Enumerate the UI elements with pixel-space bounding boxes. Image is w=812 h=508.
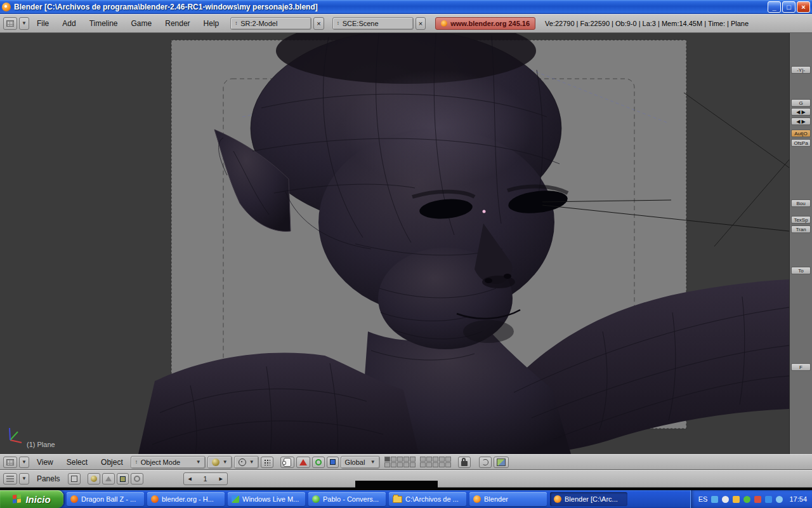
firefox-icon (70, 495, 78, 503)
blender-icon (473, 495, 481, 503)
tray-display-icon[interactable] (765, 496, 772, 503)
tray-updates-icon[interactable] (754, 496, 761, 503)
tray-clock-sync-icon[interactable] (776, 496, 783, 503)
blender-logo-icon (441, 20, 447, 27)
language-indicator[interactable]: ES (698, 495, 708, 503)
menu-object[interactable]: Object (95, 458, 129, 467)
windows-flag-icon (13, 494, 22, 504)
blender-version-button[interactable]: www.blender.org 245.16 (435, 17, 535, 30)
editor-type-icon[interactable] (3, 457, 17, 468)
blender-logo-icon (2, 3, 11, 11)
dropdown-arrow-icon: ▼ (223, 460, 228, 465)
tray-network-icon[interactable] (711, 496, 718, 503)
menu-add[interactable]: Add (56, 19, 81, 28)
firefox-icon (151, 495, 159, 503)
messenger-icon (312, 495, 320, 503)
screen: Blender [C:\Archivos de programa\blender… (0, 0, 812, 508)
render-preview-icon[interactable] (494, 457, 509, 468)
blender-icon (554, 495, 561, 503)
start-button[interactable]: Inicio (0, 490, 63, 508)
window-type-icon[interactable] (3, 17, 17, 30)
updown-icon: ↕ (235, 21, 237, 26)
updown-icon: ↕ (337, 21, 339, 26)
tray-shield-icon[interactable] (733, 496, 740, 503)
windows-live-icon (232, 495, 239, 503)
layer-buttons-group-1[interactable] (384, 457, 416, 467)
menu-render[interactable]: Render (159, 19, 195, 28)
screen-close-icon[interactable]: × (313, 17, 324, 30)
side-button-ofspa[interactable]: OfsPa (791, 139, 811, 147)
menu-help[interactable]: Help (198, 19, 225, 28)
window-titlebar[interactable]: Blender [C:\Archivos de programa\blender… (0, 0, 812, 14)
windows-taskbar: Inicio Dragon Ball Z - ... blender.org -… (0, 490, 812, 508)
header-collapse-icon[interactable]: ▼ (19, 17, 29, 30)
menu-view[interactable]: View (31, 458, 59, 467)
taskbar-item-windows-live[interactable]: Windows Live M... (228, 492, 305, 506)
panels-menu[interactable]: Panels (31, 474, 66, 483)
scene-context-icon[interactable] (131, 473, 143, 485)
manipulator-translate-icon[interactable] (296, 457, 310, 468)
taskbar-item-messenger[interactable]: Pablo - Convers... (308, 492, 386, 506)
taskbar-item-dragonball[interactable]: Dragon Ball Z - ... (67, 492, 144, 506)
dropdown-arrow-icon: ▼ (249, 460, 254, 465)
draw-mode-dropdown[interactable]: ▼ (207, 456, 232, 469)
pivot-dropdown[interactable]: ▼ (234, 456, 259, 469)
viewport-header: ▼ View Select Object ↕ Object Mode ▼ ▼ ▼… (0, 454, 812, 470)
frame-stepper[interactable]: ◄ 1 ► (183, 472, 228, 485)
side-arrows-button[interactable]: ◀ ▶ (791, 108, 811, 116)
side-button-f[interactable]: F (791, 363, 811, 371)
side-button-aut[interactable]: Aut|O (791, 130, 811, 137)
snap-elements-icon[interactable] (261, 457, 273, 468)
side-button-bounds[interactable]: Bou (791, 199, 811, 207)
tray-volume-icon[interactable] (722, 496, 729, 503)
scene-selector[interactable]: ↕ SCE:Scene (332, 17, 414, 30)
proportional-edit-icon[interactable] (479, 457, 492, 468)
layer-buttons-group-2[interactable] (420, 457, 451, 467)
editor-type-icon[interactable] (3, 473, 17, 485)
manipulator-hand-icon[interactable] (280, 457, 294, 468)
object-context-icon[interactable] (102, 473, 115, 485)
screen-selector[interactable]: ↕ SR:2-Model (230, 17, 311, 30)
editing-context-icon[interactable] (117, 473, 129, 485)
side-button[interactable]: G (791, 99, 811, 107)
frame-prev-icon[interactable]: ◄ (184, 476, 196, 482)
side-checkbox-to[interactable]: To (791, 267, 811, 274)
frame-next-icon[interactable]: ► (215, 476, 227, 482)
shaded-sphere-icon (212, 458, 219, 466)
transform-orientation-dropdown[interactable]: Global ▼ (341, 456, 380, 469)
updown-icon: ↕ (135, 460, 138, 465)
menu-game[interactable]: Game (126, 19, 158, 28)
header-menu-collapse-icon[interactable]: ▼ (19, 473, 29, 485)
scene-statistics: Ve:22790 | Fa:22590 | Ob:9-0 | La:3 | Me… (545, 20, 749, 27)
manipulator-scale-icon[interactable] (327, 457, 339, 468)
tray-messenger-icon[interactable] (743, 496, 750, 503)
maximize-button[interactable]: □ (782, 1, 796, 13)
scene-close-icon[interactable]: × (416, 17, 426, 30)
taskbar-item-blenderorg[interactable]: blender.org - H... (147, 492, 225, 506)
lock-layers-icon[interactable] (458, 457, 471, 468)
shading-context-icon[interactable] (88, 473, 100, 485)
taskbar-item-blender-active[interactable]: Blender [C:\Arc... (550, 492, 627, 506)
header-menu-collapse-icon[interactable]: ▼ (19, 457, 29, 468)
blender-menubar: ▼ File Add Timeline Game Render Help ↕ S… (0, 14, 812, 33)
3d-cursor (483, 210, 486, 213)
minimize-button[interactable]: _ (768, 1, 781, 13)
menu-timeline[interactable]: Timeline (84, 19, 124, 28)
mode-dropdown[interactable]: ↕ Object Mode ▼ (131, 456, 206, 469)
taskbar-item-explorer[interactable]: C:\Archivos de ... (389, 492, 466, 506)
menu-select[interactable]: Select (61, 458, 93, 467)
manipulator-rotate-icon[interactable] (312, 457, 325, 468)
3d-viewport-canvas[interactable]: (1) Plane (0, 33, 789, 454)
side-arrows-button[interactable]: ◀ ▶ (791, 117, 811, 125)
close-button[interactable]: × (797, 1, 810, 13)
taskbar-item-blender[interactable]: Blender (469, 492, 547, 506)
side-button[interactable]: -Y|- (791, 66, 811, 74)
side-buttons-panel: -Y|- G ◀ ▶ ◀ ▶ Aut|O OfsPa Bou TexSp Tra… (789, 33, 812, 454)
side-button-transp[interactable]: Tran (791, 225, 811, 233)
folder-icon (393, 496, 402, 503)
active-object-label: (1) Plane (27, 441, 55, 448)
menu-file[interactable]: File (31, 19, 55, 28)
3d-viewport[interactable]: (1) Plane (0, 33, 789, 454)
side-button-texspace[interactable]: TexSp (791, 216, 811, 224)
logic-context-icon[interactable] (68, 473, 81, 485)
